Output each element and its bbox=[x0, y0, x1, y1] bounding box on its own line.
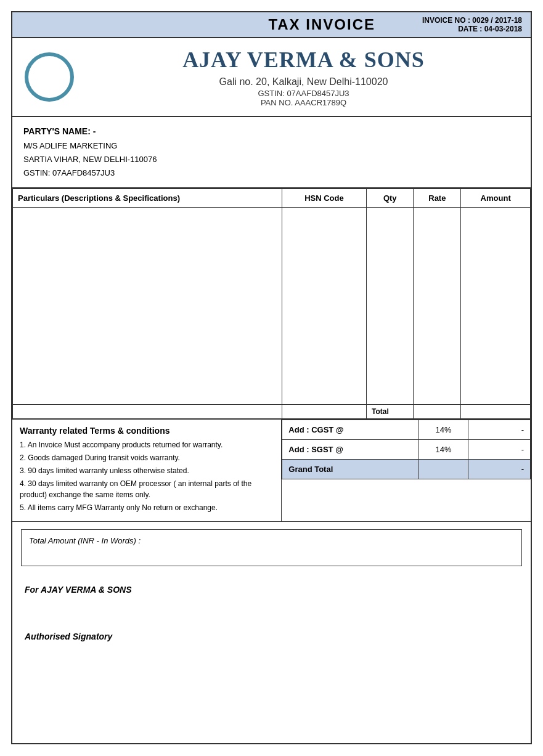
company-address: Gali no. 20, Kalkaji, New Delhi-110020 bbox=[89, 76, 518, 87]
table-header-row: Particulars (Descriptions & Specificatio… bbox=[13, 189, 531, 208]
header-bar: TAX INVOICE INVOICE NO : 0029 / 2017-18 … bbox=[12, 12, 531, 38]
cell-amount bbox=[461, 208, 531, 405]
sgst-row: Add : SGST @ 14% - bbox=[282, 440, 531, 460]
grand-total-value: - bbox=[468, 460, 531, 479]
company-gstin: GSTIN: 07AAFD8457JU3 bbox=[89, 89, 518, 98]
terms-section: Warranty related Terms & conditions 1. A… bbox=[12, 420, 282, 521]
grand-total-label: Grand Total bbox=[282, 460, 418, 479]
col-amount: Amount bbox=[461, 189, 531, 208]
authorised-signatory: Authorised Signatory bbox=[25, 632, 518, 641]
invoice-container: TAX INVOICE INVOICE NO : 0029 / 2017-18 … bbox=[11, 11, 532, 744]
total-empty-rate bbox=[414, 405, 461, 419]
col-hsn: HSN Code bbox=[282, 189, 366, 208]
invoice-date: DATE : 04-03-2018 bbox=[422, 25, 522, 33]
terms-item-5: 5. All items carry MFG Warranty only No … bbox=[20, 502, 274, 513]
company-logo bbox=[25, 52, 74, 102]
terms-item-1: 1. An Invoice Must accompany products re… bbox=[20, 439, 274, 450]
grand-total-empty bbox=[418, 460, 468, 479]
total-label: Total bbox=[367, 405, 414, 419]
cell-rate bbox=[414, 208, 461, 405]
party-name-label: PARTY'S NAME: - bbox=[23, 124, 520, 139]
company-pan: PAN NO. AAACR1789Q bbox=[89, 98, 518, 107]
total-value bbox=[461, 405, 531, 419]
col-particulars: Particulars (Descriptions & Specificatio… bbox=[13, 189, 282, 208]
cell-particulars bbox=[13, 208, 282, 405]
sgst-percent: 14% bbox=[418, 440, 468, 460]
company-info: AJAY VERMA & SONS Gali no. 20, Kalkaji, … bbox=[89, 47, 518, 107]
terms-item-4: 4. 30 days limited warranty on OEM proce… bbox=[20, 478, 274, 500]
totals-table: Add : CGST @ 14% - Add : SGST @ 14% - Gr… bbox=[282, 420, 531, 479]
sgst-label: Add : SGST @ bbox=[282, 440, 418, 460]
cgst-value: - bbox=[468, 420, 531, 440]
cgst-percent: 14% bbox=[418, 420, 468, 440]
col-qty: Qty bbox=[367, 189, 414, 208]
company-name: AJAY VERMA & SONS bbox=[89, 47, 518, 73]
invoice-title: TAX INVOICE bbox=[221, 16, 422, 33]
sgst-value: - bbox=[468, 440, 531, 460]
cgst-label: Add : CGST @ bbox=[282, 420, 418, 440]
items-data-row bbox=[13, 208, 531, 405]
party-name: M/S ADLIFE MARKETING bbox=[23, 139, 520, 153]
grand-total-row: Grand Total - bbox=[282, 460, 531, 479]
party-address: SARTIA VIHAR, NEW DELHI-110076 bbox=[23, 153, 520, 166]
company-section: AJAY VERMA & SONS Gali no. 20, Kalkaji, … bbox=[12, 38, 531, 117]
cell-qty bbox=[367, 208, 414, 405]
cell-hsn bbox=[282, 208, 366, 405]
for-company: For AJAY VERMA & SONS bbox=[25, 585, 518, 595]
total-empty-particulars bbox=[13, 405, 282, 419]
table-section: Particulars (Descriptions & Specificatio… bbox=[12, 189, 531, 420]
invoice-number: INVOICE NO : 0029 / 2017-18 bbox=[422, 16, 522, 25]
items-table: Particulars (Descriptions & Specificatio… bbox=[12, 189, 531, 419]
invoice-info: INVOICE NO : 0029 / 2017-18 DATE : 04-03… bbox=[422, 16, 522, 33]
signature-section: For AJAY VERMA & SONS Authorised Signato… bbox=[12, 574, 531, 649]
amount-words-label: Total Amount (INR - In Words) : bbox=[29, 536, 141, 545]
terms-item-3: 3. 90 days limited warranty unless other… bbox=[20, 465, 274, 476]
party-section: PARTY'S NAME: - M/S ADLIFE MARKETING SAR… bbox=[12, 117, 531, 189]
cgst-row: Add : CGST @ 14% - bbox=[282, 420, 531, 440]
party-gstin: GSTIN: 07AAFD8457JU3 bbox=[23, 166, 520, 180]
terms-item-2: 2. Goods damaged During transit voids wa… bbox=[20, 452, 274, 463]
total-empty-hsn bbox=[282, 405, 366, 419]
bottom-section: Warranty related Terms & conditions 1. A… bbox=[12, 420, 531, 522]
terms-list: 1. An Invoice Must accompany products re… bbox=[20, 439, 274, 513]
logo-icon bbox=[34, 62, 65, 92]
amount-words-section: Total Amount (INR - In Words) : bbox=[21, 529, 522, 566]
terms-title: Warranty related Terms & conditions bbox=[20, 426, 274, 436]
col-rate: Rate bbox=[414, 189, 461, 208]
totals-section: Add : CGST @ 14% - Add : SGST @ 14% - Gr… bbox=[282, 420, 531, 521]
total-row: Total bbox=[13, 405, 531, 419]
